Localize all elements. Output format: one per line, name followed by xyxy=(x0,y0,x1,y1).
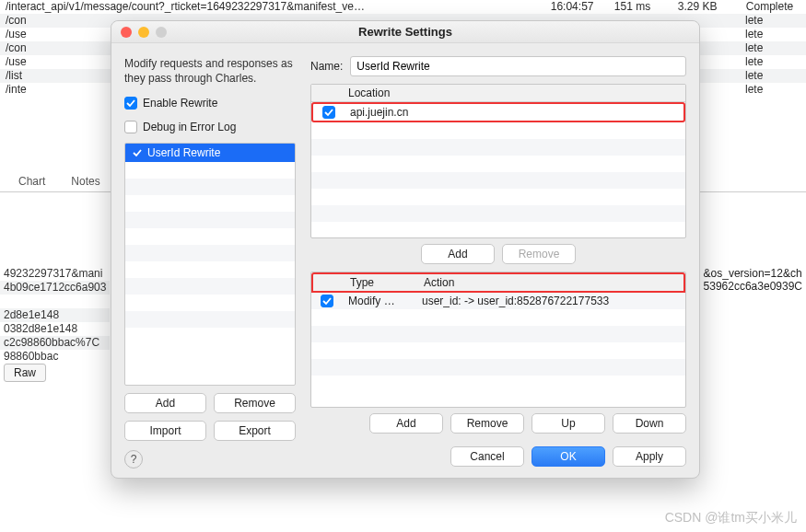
dialog-description: Modify requests and responses as they pa… xyxy=(124,56,296,86)
check-icon xyxy=(133,148,142,157)
snippet-right: &os_version=12&ch 53962cc6a3e0939C xyxy=(704,267,802,293)
raw-tab[interactable]: Raw xyxy=(4,364,46,382)
enable-rewrite-label: Enable Rewrite xyxy=(143,97,217,110)
watermark: CSDN @谁tm买小米儿 xyxy=(665,510,797,526)
sets-remove-button[interactable]: Remove xyxy=(214,393,296,413)
rewrite-settings-dialog: Rewrite Settings Modify requests and res… xyxy=(111,20,700,479)
rules-down-button[interactable]: Down xyxy=(613,413,686,434)
enable-rewrite-checkbox[interactable]: Enable Rewrite xyxy=(124,97,296,110)
dialog-title: Rewrite Settings xyxy=(111,25,699,39)
rewrite-set-label: UserId Rewrite xyxy=(147,146,220,159)
request-snippet: 49232297317&mani 4b09ce1712cc6a903 2d8e1… xyxy=(0,267,110,364)
help-button[interactable]: ? xyxy=(124,450,143,468)
checkbox-icon xyxy=(124,97,137,110)
minimize-icon[interactable] xyxy=(138,27,149,38)
location-row[interactable]: api.juejin.cn xyxy=(311,102,685,122)
debug-log-label: Debug in Error Log xyxy=(143,121,236,133)
debug-log-checkbox[interactable]: Debug in Error Log xyxy=(124,121,296,133)
rule-row[interactable]: Modify … user_id: -> user_id:85287672217… xyxy=(311,293,685,309)
zoom-icon xyxy=(156,27,167,38)
bg-row: /interact_api/v1/message/count?_rticket=… xyxy=(0,0,806,14)
titlebar: Rewrite Settings xyxy=(111,21,699,43)
rewrite-sets-list[interactable]: UserId Rewrite xyxy=(124,143,296,386)
locations-add-button[interactable]: Add xyxy=(421,244,495,264)
location-value: api.juejin.cn xyxy=(345,104,683,121)
rule-action: user_id: -> user_id:852876722177533 xyxy=(416,293,685,309)
sets-import-button[interactable]: Import xyxy=(124,421,206,441)
locations-remove-button[interactable]: Remove xyxy=(502,244,576,264)
locations-table: Location api.juejin.cn xyxy=(310,84,686,238)
checkbox-icon xyxy=(124,121,137,133)
sets-add-button[interactable]: Add xyxy=(124,393,206,413)
action-header[interactable]: Action xyxy=(418,274,683,291)
cancel-button[interactable]: Cancel xyxy=(450,446,524,467)
checkbox-icon[interactable] xyxy=(321,295,333,307)
name-label: Name: xyxy=(310,60,343,73)
ok-button[interactable]: OK xyxy=(531,446,605,467)
rules-table: Type Action Modify … user_id: -> user_id… xyxy=(310,272,686,408)
checkbox-icon[interactable] xyxy=(322,106,335,119)
apply-button[interactable]: Apply xyxy=(613,446,686,467)
rules-remove-button[interactable]: Remove xyxy=(450,413,524,434)
type-header[interactable]: Type xyxy=(345,274,418,291)
rewrite-set-item: UserId Rewrite xyxy=(125,144,295,162)
rule-type: Modify … xyxy=(343,293,416,309)
tab-notes[interactable]: Notes xyxy=(58,171,112,191)
tab-chart[interactable]: Chart xyxy=(6,171,58,191)
close-icon[interactable] xyxy=(121,27,132,38)
location-header[interactable]: Location xyxy=(343,85,685,101)
rules-up-button[interactable]: Up xyxy=(531,413,605,434)
rules-add-button[interactable]: Add xyxy=(369,413,443,434)
sets-export-button[interactable]: Export xyxy=(214,421,296,441)
name-input[interactable] xyxy=(350,56,686,76)
